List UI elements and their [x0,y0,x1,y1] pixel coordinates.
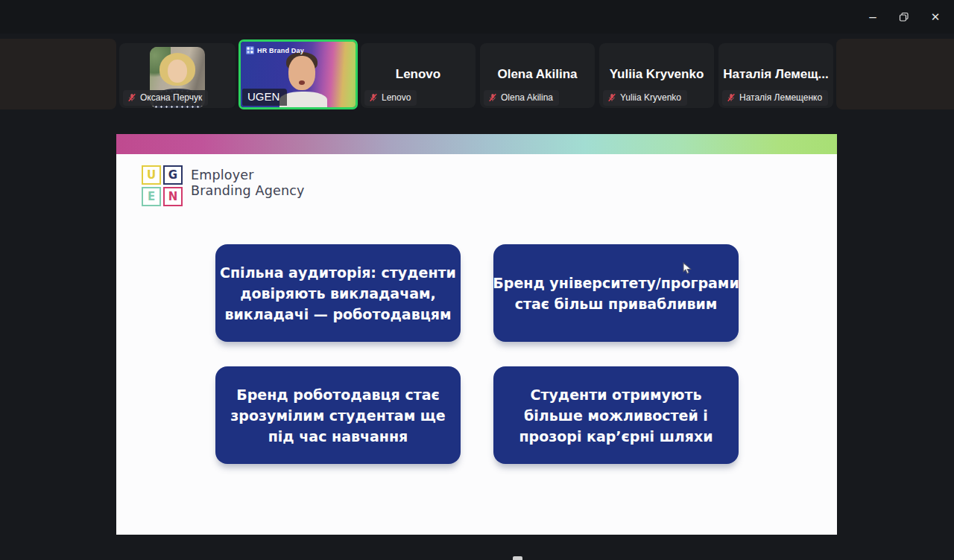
info-box-employer-brand: Бренд роботодавця стає зрозумілим студен… [215,366,461,464]
logo-tagline: Employer Branding Agency [191,165,305,206]
info-box-line: під час навчання [268,426,408,447]
video-tile-ugen[interactable]: HR Brand Day UGEN [238,39,358,109]
participant-display-name: Yuliia Kryvenko [599,67,714,82]
mic-muted-icon [488,93,497,102]
info-box-line: довіряють викладачам, [240,283,436,304]
logo-letter-u: U [142,165,161,185]
shared-screen-slide: U G E N Employer Branding Agency Спільна… [116,134,837,535]
video-tile-yuliia-kryvenko[interactable]: Yuliia Kryvenko Yuliia Kryvenko [599,43,714,108]
brand-overlay-text: HR Brand Day [257,47,304,54]
partial-video-tile-right[interactable] [836,39,954,109]
info-box-shared-audience: Спільна аудиторія: студенти довіряють ви… [215,244,461,342]
restore-window-icon [899,12,909,22]
info-box-line: більше можливостей і [524,405,708,426]
participant-name-badge: Наталія Лемещенко [722,90,828,106]
info-box-line: Бренд роботодавця стає [236,384,440,405]
logo-letter-n: N [163,187,183,206]
mic-muted-icon [127,93,136,102]
video-tile-natalia-lemeshchenko[interactable]: Наталія Лемещ... Наталія Лемещенко [718,43,833,108]
participant-display-name: Olena Akilina [480,67,595,82]
minimize-button[interactable]: – [856,0,890,34]
brand-overlay: HR Brand Day [246,46,304,54]
info-box-line: прозорі кар’єрні шляхи [519,426,713,447]
mouse-cursor-icon [682,262,692,275]
participant-name: Оксана Перчук [140,92,202,103]
logo-letter-e: E [142,187,161,206]
window-titlebar: – ✕ [0,0,954,34]
info-box-line: викладачі — роботодавцям [225,304,452,325]
hr-brand-day-logo-icon [246,46,254,54]
info-box-line: зрозумілим студентам ще [230,405,445,426]
participant-name: Lenovo [382,92,411,103]
participant-name: UGEN [247,90,279,103]
video-tile-oksana-perchuk[interactable]: Оксана Перчук [119,43,236,108]
logo-tagline-line2: Branding Agency [191,183,305,199]
logo-letter-g: G [163,165,183,185]
mic-muted-icon [727,93,736,102]
participant-display-name: Наталія Лемещ... [718,67,833,82]
minimize-icon: – [869,10,876,25]
info-box-university-brand: Бренд університету/програми стає більш п… [493,244,739,342]
info-box-line: Студенти отримують [530,384,701,405]
close-button[interactable]: ✕ [918,0,953,34]
info-box-line: Бренд університету/програми [493,273,739,293]
mic-muted-icon [607,93,616,102]
video-feed: HR Brand Day UGEN [241,42,356,107]
participant-name-badge: Оксана Перчук [123,90,208,106]
participant-name-badge: UGEN [242,89,287,106]
participant-name: Наталія Лемещенко [739,92,822,103]
mic-muted-icon [369,93,378,102]
participant-display-name: Lenovo [361,67,476,82]
participant-name: Yuliia Kryvenko [620,92,681,103]
info-box-line: Спільна аудиторія: студенти [220,262,456,283]
info-box-student-opportunities: Студенти отримують більше можливостей і … [493,366,739,464]
info-box-line: стає більш привабливим [515,293,718,314]
ugen-logo: U G E N Employer Branding Agency [142,165,305,206]
restore-button[interactable] [887,0,921,34]
participant-name-badge: Lenovo [364,90,417,106]
partial-video-tile-left[interactable] [0,39,116,109]
participant-name: Olena Akilina [501,92,553,103]
ugen-logo-grid: U G E N [142,165,183,206]
taskbar-peek [513,556,522,560]
video-tile-olena-akilina[interactable]: Olena Akilina Olena Akilina [480,43,595,108]
slide-gradient-bar [116,134,837,154]
participant-name-badge: Olena Akilina [484,90,559,106]
video-tile-lenovo[interactable]: Lenovo Lenovo [361,43,476,108]
close-icon: ✕ [931,10,941,24]
participant-name-badge: Yuliia Kryvenko [603,90,687,106]
logo-tagline-line1: Employer [191,168,305,183]
